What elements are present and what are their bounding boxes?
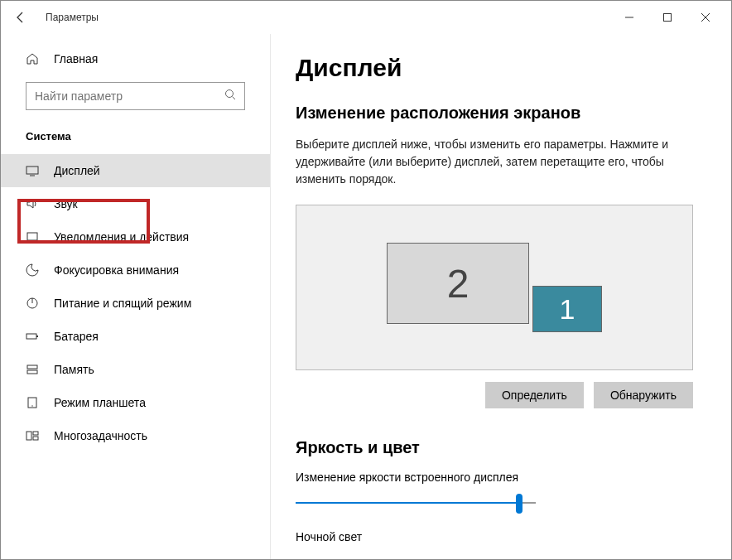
- svg-point-16: [31, 405, 32, 406]
- group-title: Система: [1, 125, 270, 154]
- sidebar-item-label: Батарея: [54, 330, 99, 343]
- display-icon: [26, 164, 39, 177]
- sidebar-item-display[interactable]: Дисплей: [1, 154, 270, 187]
- page-title: Дисплей: [296, 54, 706, 82]
- battery-icon: [26, 330, 39, 343]
- sidebar-item-multitask[interactable]: Многозадачность: [1, 419, 270, 452]
- storage-icon: [26, 363, 39, 376]
- monitor-1[interactable]: 1: [532, 286, 602, 332]
- arrange-description: Выберите дисплей ниже, чтобы изменить ег…: [296, 136, 685, 188]
- sidebar-item-tablet[interactable]: Режим планшета: [1, 386, 270, 419]
- svg-point-4: [226, 90, 234, 98]
- home-link[interactable]: Главная: [1, 44, 270, 74]
- sidebar: Главная Система Дисплей Звук Уведомления…: [1, 34, 270, 559]
- svg-rect-1: [664, 14, 672, 22]
- detect-button[interactable]: Обнаружить: [594, 382, 693, 408]
- svg-rect-6: [26, 167, 38, 174]
- tablet-icon: [26, 396, 39, 409]
- svg-line-5: [233, 97, 236, 100]
- highlight-annotation: [17, 199, 150, 244]
- search-input[interactable]: [35, 89, 224, 103]
- arrange-heading: Изменение расположения экранов: [296, 104, 706, 123]
- focus-icon: [26, 263, 39, 277]
- identify-button[interactable]: Определить: [485, 382, 584, 408]
- svg-rect-13: [27, 365, 37, 369]
- sidebar-item-label: Дисплей: [54, 164, 100, 177]
- multitask-icon: [26, 429, 39, 442]
- sidebar-item-storage[interactable]: Память: [1, 353, 270, 386]
- maximize-button[interactable]: [648, 4, 686, 31]
- svg-rect-17: [26, 432, 31, 440]
- night-light-label: Ночной свет: [296, 530, 706, 543]
- close-button[interactable]: [686, 4, 725, 31]
- monitor-2[interactable]: 2: [387, 243, 529, 324]
- window-title: Параметры: [46, 12, 99, 23]
- main-content: Дисплей Изменение расположения экранов В…: [270, 34, 731, 559]
- svg-rect-12: [36, 336, 38, 337]
- svg-rect-14: [27, 370, 37, 374]
- search-icon: [224, 89, 236, 104]
- svg-rect-11: [26, 334, 36, 339]
- display-arrangement[interactable]: 2 1: [296, 205, 693, 370]
- brightness-slider[interactable]: [296, 494, 536, 514]
- sidebar-item-label: Питание и спящий режим: [54, 297, 191, 310]
- sidebar-item-label: Память: [54, 363, 94, 376]
- sidebar-item-focus[interactable]: Фокусировка внимания: [1, 253, 270, 287]
- search-input-wrap[interactable]: [26, 82, 245, 110]
- brightness-label: Изменение яркости встроенного дисплея: [296, 471, 706, 484]
- power-icon: [26, 297, 39, 310]
- slider-thumb[interactable]: [516, 494, 523, 514]
- minimize-button[interactable]: [610, 4, 648, 31]
- sidebar-item-battery[interactable]: Батарея: [1, 320, 270, 353]
- svg-rect-19: [33, 437, 38, 440]
- brightness-heading: Яркость и цвет: [296, 438, 706, 457]
- sidebar-item-power[interactable]: Питание и спящий режим: [1, 287, 270, 320]
- slider-fill: [296, 502, 519, 504]
- sidebar-item-label: Фокусировка внимания: [54, 263, 179, 277]
- home-label: Главная: [54, 52, 98, 65]
- sidebar-item-label: Режим планшета: [54, 396, 146, 409]
- svg-rect-18: [33, 432, 38, 435]
- sidebar-item-label: Многозадачность: [54, 429, 147, 442]
- home-icon: [26, 52, 39, 65]
- back-button[interactable]: [7, 4, 34, 31]
